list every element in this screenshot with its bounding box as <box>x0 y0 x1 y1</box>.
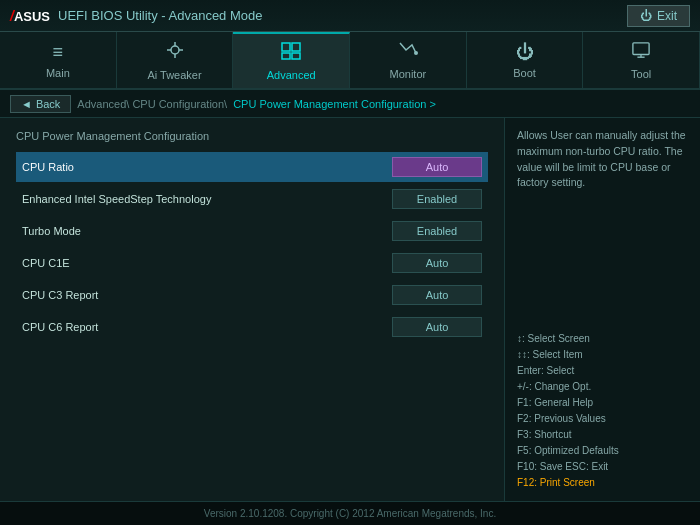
back-label: Back <box>36 98 60 110</box>
shortcut-f3: F3: Shortcut <box>517 427 688 443</box>
help-text: Allows User can manually adjust the maxi… <box>517 128 688 323</box>
boot-icon: ⏻ <box>516 42 534 63</box>
speedstep-value[interactable]: Enabled <box>392 189 482 209</box>
back-arrow-icon: ◄ <box>21 98 32 110</box>
cpu-c6-label: CPU C6 Report <box>22 321 98 333</box>
nav-tabs: ≡ Main Ai Tweaker Advanced Monitor ⏻ Boo… <box>0 32 700 90</box>
config-row-turbo[interactable]: Turbo Mode Enabled <box>16 216 488 246</box>
status-bar: Version 2.10.1208. Copyright (C) 2012 Am… <box>0 501 700 525</box>
tab-ai-tweaker[interactable]: Ai Tweaker <box>117 32 234 88</box>
cpu-c1e-value[interactable]: Auto <box>392 253 482 273</box>
turbo-label: Turbo Mode <box>22 225 81 237</box>
svg-rect-7 <box>282 53 290 59</box>
tab-tool-label: Tool <box>631 68 651 80</box>
svg-rect-8 <box>292 53 300 59</box>
tab-advanced[interactable]: Advanced <box>233 32 350 88</box>
exit-label: Exit <box>657 9 677 23</box>
turbo-value[interactable]: Enabled <box>392 221 482 241</box>
config-row-cpu-c6[interactable]: CPU C6 Report Auto <box>16 312 488 342</box>
tab-main-label: Main <box>46 67 70 79</box>
ai-tweaker-icon <box>165 40 185 65</box>
main-content: CPU Power Management Configuration CPU R… <box>0 118 700 501</box>
title-text: UEFI BIOS Utility - Advanced Mode <box>58 8 262 23</box>
config-row-cpu-ratio[interactable]: CPU Ratio Auto <box>16 152 488 182</box>
svg-rect-5 <box>282 43 290 51</box>
section-title: CPU Power Management Configuration <box>16 130 488 142</box>
left-panel: CPU Power Management Configuration CPU R… <box>0 118 505 501</box>
tab-boot-label: Boot <box>513 67 536 79</box>
cpu-c6-value[interactable]: Auto <box>392 317 482 337</box>
shortcut-f2: F2: Previous Values <box>517 411 688 427</box>
advanced-icon <box>281 42 301 65</box>
cpu-ratio-value[interactable]: Auto <box>392 157 482 177</box>
breadcrumb-path: Advanced\ CPU Configuration\ <box>77 98 227 110</box>
shortcut-f10: F10: Save ESC: Exit <box>517 459 688 475</box>
config-row-cpu-c3[interactable]: CPU C3 Report Auto <box>16 280 488 310</box>
svg-point-0 <box>171 46 179 54</box>
config-row-speedstep[interactable]: Enhanced Intel SpeedStep Technology Enab… <box>16 184 488 214</box>
tab-ai-tweaker-label: Ai Tweaker <box>147 69 201 81</box>
tab-main[interactable]: ≡ Main <box>0 32 117 88</box>
keyboard-shortcuts: ↕: Select Screen ↕↕: Select Item Enter: … <box>517 331 688 491</box>
shortcut-updown: ↕↕: Select Item <box>517 347 688 363</box>
cpu-ratio-label: CPU Ratio <box>22 161 74 173</box>
shortcut-f5: F5: Optimized Defaults <box>517 443 688 459</box>
breadcrumb-current: CPU Power Management Configuration > <box>233 98 436 110</box>
cpu-c3-value[interactable]: Auto <box>392 285 482 305</box>
shortcut-plusminus: +/-: Change Opt. <box>517 379 688 395</box>
tab-advanced-label: Advanced <box>267 69 316 81</box>
tab-monitor[interactable]: Monitor <box>350 32 467 88</box>
main-icon: ≡ <box>53 42 64 63</box>
monitor-icon <box>398 41 418 64</box>
config-row-cpu-c1e[interactable]: CPU C1E Auto <box>16 248 488 278</box>
exit-icon: ⏻ <box>640 9 652 23</box>
cpu-c3-label: CPU C3 Report <box>22 289 98 301</box>
tab-boot[interactable]: ⏻ Boot <box>467 32 584 88</box>
breadcrumb-bar: ◄ Back Advanced\ CPU Configuration\ CPU … <box>0 90 700 118</box>
exit-button[interactable]: ⏻ Exit <box>627 5 690 27</box>
svg-rect-6 <box>292 43 300 51</box>
shortcut-enter: Enter: Select <box>517 363 688 379</box>
tab-monitor-label: Monitor <box>390 68 427 80</box>
status-text: Version 2.10.1208. Copyright (C) 2012 Am… <box>204 508 496 519</box>
shortcut-f12: F12: Print Screen <box>517 475 688 491</box>
back-button[interactable]: ◄ Back <box>10 95 71 113</box>
svg-rect-10 <box>633 42 649 54</box>
tab-tool[interactable]: Tool <box>583 32 700 88</box>
right-panel: Allows User can manually adjust the maxi… <box>505 118 700 501</box>
cpu-c1e-label: CPU C1E <box>22 257 70 269</box>
shortcut-arrows: ↕: Select Screen <box>517 331 688 347</box>
tool-icon <box>631 41 651 64</box>
svg-point-9 <box>414 51 418 55</box>
asus-logo: /ASUS <box>10 8 50 24</box>
title-left: /ASUS UEFI BIOS Utility - Advanced Mode <box>10 8 262 24</box>
speedstep-label: Enhanced Intel SpeedStep Technology <box>22 193 211 205</box>
shortcut-f1: F1: General Help <box>517 395 688 411</box>
title-bar: /ASUS UEFI BIOS Utility - Advanced Mode … <box>0 0 700 32</box>
